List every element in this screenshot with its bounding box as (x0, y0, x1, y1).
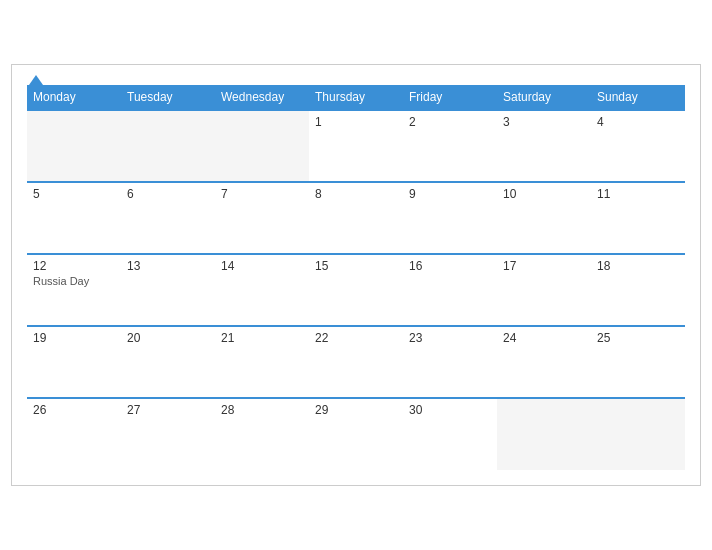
calendar-cell: 10 (497, 182, 591, 254)
calendar-cell: 30 (403, 398, 497, 470)
calendar-cell: 28 (215, 398, 309, 470)
calendar-cell (591, 398, 685, 470)
week-row-5: 2627282930 (27, 398, 685, 470)
calendar-cell: 2 (403, 110, 497, 182)
weekday-header-friday: Friday (403, 85, 497, 110)
logo-triangle-icon (29, 75, 43, 85)
day-number: 30 (409, 403, 491, 417)
day-number: 3 (503, 115, 585, 129)
weekday-header-saturday: Saturday (497, 85, 591, 110)
calendar-cell: 5 (27, 182, 121, 254)
week-row-3: 12Russia Day131415161718 (27, 254, 685, 326)
weekday-header-monday: Monday (27, 85, 121, 110)
week-row-1: 1234 (27, 110, 685, 182)
calendar-cell (27, 110, 121, 182)
weekday-header-tuesday: Tuesday (121, 85, 215, 110)
calendar-cell (121, 110, 215, 182)
week-row-4: 19202122232425 (27, 326, 685, 398)
day-number: 21 (221, 331, 303, 345)
calendar-cell (497, 398, 591, 470)
calendar-cell: 29 (309, 398, 403, 470)
day-event: Russia Day (33, 275, 115, 287)
day-number: 2 (409, 115, 491, 129)
day-number: 17 (503, 259, 585, 273)
day-number: 26 (33, 403, 115, 417)
calendar-cell: 15 (309, 254, 403, 326)
calendar-grid: MondayTuesdayWednesdayThursdayFridaySatu… (27, 85, 685, 470)
calendar-cell: 1 (309, 110, 403, 182)
calendar-cell: 27 (121, 398, 215, 470)
calendar-cell: 14 (215, 254, 309, 326)
calendar-cell: 26 (27, 398, 121, 470)
week-row-2: 567891011 (27, 182, 685, 254)
calendar-cell: 9 (403, 182, 497, 254)
calendar-cell: 6 (121, 182, 215, 254)
day-number: 23 (409, 331, 491, 345)
day-number: 15 (315, 259, 397, 273)
day-number: 29 (315, 403, 397, 417)
calendar-cell (215, 110, 309, 182)
day-number: 10 (503, 187, 585, 201)
day-number: 13 (127, 259, 209, 273)
day-number: 6 (127, 187, 209, 201)
calendar-cell: 3 (497, 110, 591, 182)
weekday-header-row: MondayTuesdayWednesdayThursdayFridaySatu… (27, 85, 685, 110)
calendar-cell: 22 (309, 326, 403, 398)
day-number: 19 (33, 331, 115, 345)
weekday-header-thursday: Thursday (309, 85, 403, 110)
day-number: 4 (597, 115, 679, 129)
calendar-cell: 12Russia Day (27, 254, 121, 326)
day-number: 22 (315, 331, 397, 345)
weekday-header-sunday: Sunday (591, 85, 685, 110)
logo (27, 75, 43, 85)
day-number: 12 (33, 259, 115, 273)
day-number: 14 (221, 259, 303, 273)
day-number: 28 (221, 403, 303, 417)
day-number: 5 (33, 187, 115, 201)
calendar-cell: 16 (403, 254, 497, 326)
calendar-cell: 20 (121, 326, 215, 398)
day-number: 25 (597, 331, 679, 345)
day-number: 16 (409, 259, 491, 273)
day-number: 11 (597, 187, 679, 201)
calendar-cell: 13 (121, 254, 215, 326)
calendar-cell: 8 (309, 182, 403, 254)
calendar-cell: 4 (591, 110, 685, 182)
calendar-cell: 19 (27, 326, 121, 398)
calendar-cell: 25 (591, 326, 685, 398)
calendar-cell: 24 (497, 326, 591, 398)
day-number: 20 (127, 331, 209, 345)
day-number: 7 (221, 187, 303, 201)
day-number: 27 (127, 403, 209, 417)
calendar-cell: 11 (591, 182, 685, 254)
calendar-cell: 18 (591, 254, 685, 326)
calendar-cell: 23 (403, 326, 497, 398)
calendar-container: MondayTuesdayWednesdayThursdayFridaySatu… (11, 64, 701, 486)
day-number: 24 (503, 331, 585, 345)
weekday-header-wednesday: Wednesday (215, 85, 309, 110)
day-number: 1 (315, 115, 397, 129)
day-number: 9 (409, 187, 491, 201)
calendar-cell: 21 (215, 326, 309, 398)
calendar-cell: 7 (215, 182, 309, 254)
calendar-cell: 17 (497, 254, 591, 326)
day-number: 8 (315, 187, 397, 201)
day-number: 18 (597, 259, 679, 273)
